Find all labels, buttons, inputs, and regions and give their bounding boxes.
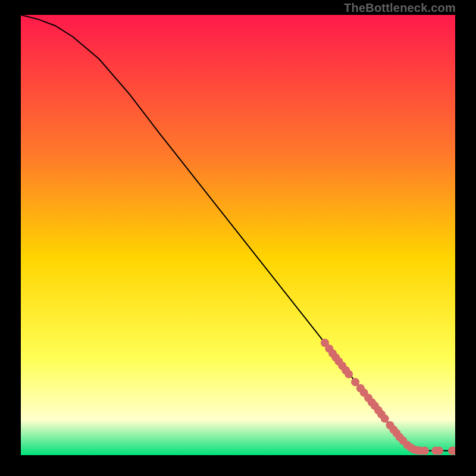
- chart-frame: TheBottleneck.com: [0, 0, 476, 476]
- chart-svg: [21, 15, 455, 455]
- data-point: [435, 447, 443, 455]
- data-point: [421, 447, 429, 455]
- chart-plot-area: [21, 15, 455, 455]
- data-point: [345, 370, 353, 378]
- data-point: [381, 415, 389, 423]
- chart-background: [21, 15, 455, 455]
- watermark: TheBottleneck.com: [344, 1, 456, 15]
